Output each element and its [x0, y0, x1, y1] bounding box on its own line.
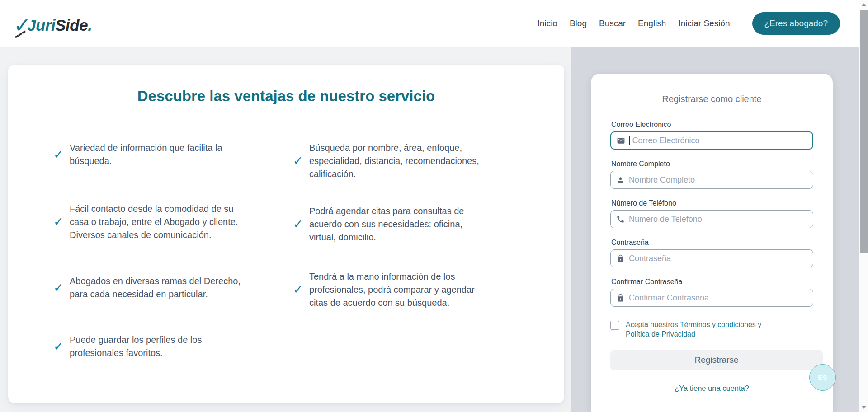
field-email: Correo Electrónico	[610, 121, 813, 150]
logo-text-juri: Juri	[27, 16, 55, 34]
check-icon: ✓	[293, 155, 304, 167]
check-icon: ✓	[293, 218, 304, 230]
field-confirm-password: Confirmar Contraseña	[610, 278, 813, 307]
juriside-logo[interactable]: ✓ Juri Side .	[14, 13, 92, 34]
phone-label: Número de Teléfono	[611, 199, 813, 207]
benefit-item: ✓ Abogados en diversas ramas del Derecho…	[53, 275, 243, 301]
password-label: Contraseña	[611, 239, 813, 247]
terms-checkbox[interactable]	[610, 321, 619, 330]
full-name-input[interactable]	[629, 175, 807, 185]
benefit-item: ✓ Variedad de información que facilita l…	[53, 141, 243, 168]
email-input-box	[610, 131, 813, 150]
email-input[interactable]	[632, 136, 807, 145]
field-phone: Número de Teléfono	[610, 199, 813, 228]
benefit-text: Variedad de información que facilita la …	[70, 141, 243, 168]
lock-icon	[616, 294, 625, 302]
scrollbar-thumb[interactable]	[860, 10, 868, 253]
benefit-text: Búsqueda por nombre, área, enfoque, espe…	[309, 141, 483, 181]
lock-icon	[616, 254, 625, 263]
benefit-item: ✓ Tendrá a la mano información de los pr…	[293, 270, 483, 309]
nav-item-english[interactable]: English	[638, 19, 666, 28]
registration-card: Registrarse como cliente Correo Electrón…	[591, 74, 833, 412]
benefit-item: ✓ Búsqueda por nombre, área, enfoque, es…	[293, 141, 483, 181]
terms-prefix: Acepta nuestros	[626, 321, 680, 328]
confirm-password-input[interactable]	[629, 293, 807, 303]
nav-item-iniciar-sesion[interactable]: Iniciar Sesión	[678, 19, 730, 28]
confirm-password-label: Confirmar Contraseña	[611, 278, 813, 286]
main-nav: Inicio Blog Buscar English Iniciar Sesió…	[538, 12, 840, 35]
benefits-column-left: ✓ Variedad de información que facilita l…	[53, 141, 243, 360]
password-input-box	[610, 249, 813, 267]
form-title: Registrarse como cliente	[610, 94, 813, 104]
register-button[interactable]: Registrarse	[610, 350, 823, 370]
scrollbar[interactable]	[859, 0, 868, 412]
envelope-icon	[617, 136, 625, 145]
terms-text: Acepta nuestros Términos y condiciones y…	[626, 320, 775, 339]
terms-row: Acepta nuestros Términos y condiciones y…	[610, 320, 813, 339]
nav-item-blog[interactable]: Blog	[570, 19, 587, 28]
nav-item-inicio[interactable]: Inicio	[538, 19, 557, 28]
benefit-item: ✓ Podrá agendar citas para consultas de …	[293, 205, 483, 244]
phone-input[interactable]	[629, 215, 807, 224]
nav-item-buscar[interactable]: Buscar	[599, 19, 626, 28]
benefit-text: Abogados en diversas ramas del Derecho, …	[70, 275, 243, 301]
password-input[interactable]	[629, 254, 807, 263]
field-full-name: Nombre Completo	[610, 160, 813, 189]
benefits-card: Descubre las ventajas de nuestro servici…	[8, 65, 564, 403]
are-you-lawyer-button[interactable]: ¿Eres abogado?	[752, 12, 840, 35]
full-name-input-box	[610, 171, 813, 189]
confirm-password-input-box	[610, 289, 813, 307]
benefits-column-right: ✓ Búsqueda por nombre, área, enfoque, es…	[293, 141, 483, 360]
scroll-up-arrow[interactable]	[862, 3, 866, 6]
check-icon: ✓	[53, 149, 64, 161]
check-icon: ✓	[293, 284, 304, 296]
text-cursor	[629, 136, 630, 145]
already-have-account-link[interactable]: ¿Ya tiene una cuenta?	[675, 384, 749, 392]
benefit-text: Puede guardar los perfiles de los profes…	[70, 333, 243, 360]
email-label: Correo Electrónico	[611, 121, 813, 129]
login-link-row: ¿Ya tiene una cuenta?	[610, 384, 813, 393]
check-icon: ✓	[53, 282, 64, 294]
benefits-title: Descubre las ventajas de nuestro servici…	[8, 87, 564, 105]
check-icon: ✓	[53, 216, 64, 228]
check-icon: ✓	[53, 341, 64, 353]
benefits-columns: ✓ Variedad de información que facilita l…	[8, 141, 564, 360]
person-icon	[616, 176, 625, 184]
benefit-text: Fácil contacto desde la comodidad de su …	[70, 202, 243, 242]
benefit-text: Tendrá a la mano información de los prof…	[309, 270, 483, 309]
scroll-down-arrow[interactable]	[862, 406, 866, 409]
header: ✓ Juri Side . Inicio Blog Buscar English…	[0, 0, 859, 47]
logo-dot: .	[88, 16, 92, 34]
logo-text-side: Side	[55, 16, 88, 34]
benefit-item: ✓ Puede guardar los perfiles de los prof…	[53, 333, 243, 360]
field-password: Contraseña	[610, 239, 813, 267]
language-switch-button[interactable]: ES	[809, 364, 836, 391]
benefit-item: ✓ Fácil contacto desde la comodidad de s…	[53, 202, 243, 242]
full-name-label: Nombre Completo	[611, 160, 813, 168]
phone-icon	[616, 215, 625, 224]
benefit-text: Podrá agendar citas para consultas de ac…	[309, 205, 483, 244]
phone-input-box	[610, 210, 813, 228]
